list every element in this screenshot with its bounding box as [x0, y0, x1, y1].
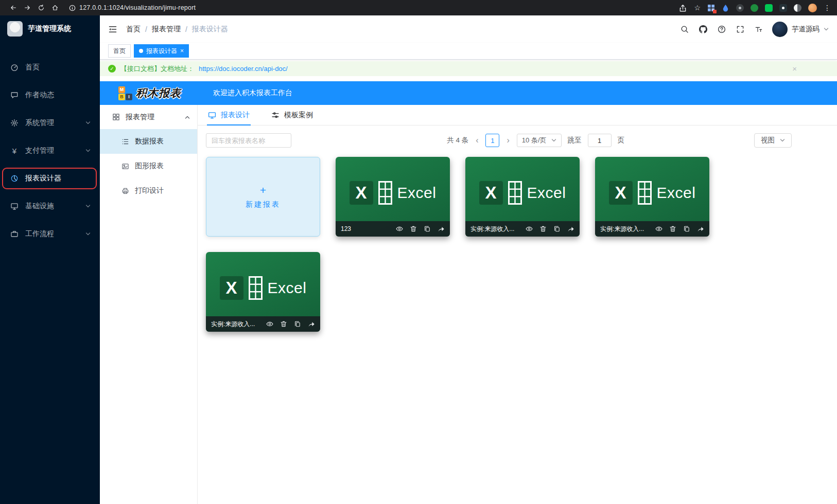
font-size-icon[interactable]	[754, 24, 763, 34]
close-tab-icon[interactable]: ×	[180, 47, 184, 55]
collapse-sidebar-icon[interactable]	[108, 25, 117, 34]
user-menu[interactable]: 芋道源码	[772, 22, 829, 37]
view-select[interactable]: 视图	[754, 133, 792, 148]
main: 首页 / 报表管理 / 报表设计器 芋道源码	[100, 15, 837, 504]
sidebar-item-system[interactable]: 系统管理	[0, 109, 100, 137]
breadcrumb-current: 报表设计器	[192, 25, 228, 34]
github-icon[interactable]	[698, 24, 708, 34]
card-title: 实例:来源收入...	[600, 225, 649, 233]
copy-icon[interactable]	[683, 225, 690, 232]
share-icon[interactable]	[308, 320, 315, 328]
browser-actions: ☆ ⋮	[678, 3, 831, 12]
browser-profile-avatar[interactable]	[808, 4, 817, 12]
prev-page-icon[interactable]: ‹	[475, 136, 479, 145]
new-report-card[interactable]: + 新建报表	[206, 157, 320, 237]
extension-puzzle-icon[interactable]	[765, 4, 773, 12]
plus-icon: +	[260, 185, 266, 195]
browser-chrome: 127.0.0.1:1024/visualization/jimu-report…	[0, 0, 837, 15]
copy-icon[interactable]	[294, 320, 301, 328]
sidebar-item-author[interactable]: 作者动态	[0, 81, 100, 109]
extension-drop-icon[interactable]	[722, 4, 729, 12]
preview-icon[interactable]	[655, 225, 662, 232]
jimu-logo-blocks: M B I	[118, 86, 132, 100]
extension-dark-icon[interactable]	[736, 4, 744, 12]
preview-icon[interactable]	[526, 225, 533, 232]
welcome-text: 欢迎进入积木报表工作台	[213, 88, 292, 98]
url-text: 127.0.0.1:1024/visualization/jimu-report	[79, 4, 196, 11]
jump-page-input[interactable]	[588, 134, 612, 147]
active-dot	[139, 49, 143, 53]
delete-icon[interactable]	[669, 225, 676, 232]
report-panel: 报表管理 数据报表 图形报表 打印设计	[100, 105, 198, 504]
copy-icon[interactable]	[553, 225, 561, 232]
sidebar-item-payment[interactable]: ¥ 支付管理	[0, 137, 100, 165]
report-card[interactable]: X Excel 实例:来源收入...	[595, 157, 709, 237]
report-card[interactable]: X Excel 123	[336, 157, 450, 237]
bookmark-star-icon[interactable]: ☆	[694, 4, 701, 12]
address-bar[interactable]: 127.0.0.1:1024/visualization/jimu-report	[69, 4, 196, 11]
extensions-grid-icon[interactable]	[707, 4, 715, 12]
extension-contrast-icon[interactable]	[794, 4, 801, 12]
share-icon[interactable]	[678, 3, 687, 12]
current-page[interactable]: 1	[485, 134, 499, 147]
extension-bug-icon[interactable]	[779, 4, 787, 12]
share-icon[interactable]	[697, 225, 704, 232]
excel-x-icon: X	[609, 181, 633, 205]
card-footer: 实例:来源收入...	[595, 221, 709, 237]
delete-icon[interactable]	[280, 320, 287, 328]
breadcrumb-report-mgmt[interactable]: 报表管理	[152, 25, 181, 34]
sidebar-menu: 首页 作者动态 系统管理 ¥ 支付管理 报表设	[0, 53, 100, 248]
delete-icon[interactable]	[410, 225, 417, 232]
sidebar-item-home[interactable]: 首页	[0, 53, 100, 81]
panel-header-report-mgmt[interactable]: 报表管理	[100, 105, 197, 129]
sidebar-item-infrastructure[interactable]: 基础设施	[0, 192, 100, 220]
toolbar: 共 4 条 ‹ 1 › 10 条/页 跳至 页	[198, 125, 837, 154]
spreadsheet-icon	[638, 181, 652, 205]
home-icon[interactable]	[48, 2, 62, 14]
browser-menu-icon[interactable]: ⋮	[824, 4, 831, 12]
dashboard-icon	[10, 63, 19, 71]
report-card[interactable]: X Excel 实例:来源收入...	[206, 252, 320, 332]
report-card[interactable]: X Excel 实例:来源收入...	[465, 157, 580, 237]
close-notice-icon[interactable]: ×	[792, 64, 797, 73]
tab-report-designer[interactable]: 报表设计器 ×	[134, 44, 189, 58]
back-icon[interactable]	[6, 2, 20, 14]
forward-icon[interactable]	[20, 2, 34, 14]
tab-template-examples[interactable]: 模板案例	[270, 105, 314, 125]
app-logo-image	[7, 21, 23, 37]
tab-home[interactable]: 首页	[108, 44, 131, 58]
reload-icon[interactable]	[34, 2, 48, 14]
chat-icon	[10, 91, 19, 99]
desktop-icon	[208, 111, 216, 119]
jimu-tabs: 报表设计 模板案例	[198, 105, 837, 125]
panel-item-chart-report[interactable]: 图形报表	[100, 154, 197, 178]
chevron-down-icon	[85, 204, 91, 209]
report-search-input[interactable]	[206, 133, 291, 148]
app-logo[interactable]: 芋道管理系统	[0, 15, 100, 42]
copy-icon[interactable]	[424, 225, 431, 232]
breadcrumb-home[interactable]: 首页	[126, 25, 141, 34]
sidebar-item-report-designer[interactable]: 报表设计器	[0, 165, 100, 192]
tab-report-design[interactable]: 报表设计	[207, 105, 251, 125]
search-icon[interactable]	[679, 24, 689, 34]
list-icon	[121, 138, 129, 146]
chevron-down-icon	[85, 231, 91, 237]
panel-item-print-design[interactable]: 打印设计	[100, 178, 197, 203]
topbar: 首页 / 报表管理 / 报表设计器 芋道源码	[100, 15, 837, 43]
fullscreen-icon[interactable]	[735, 24, 745, 34]
help-icon[interactable]	[717, 24, 726, 34]
share-icon[interactable]	[438, 225, 445, 232]
panel-item-data-report[interactable]: 数据报表	[100, 129, 197, 154]
delete-icon[interactable]	[539, 225, 547, 232]
sidebar-item-workflow[interactable]: 工作流程	[0, 220, 100, 248]
preview-icon[interactable]	[266, 320, 273, 328]
notice-link[interactable]: https://doc.iocoder.cn/api-doc/	[199, 65, 288, 73]
jimu-logo[interactable]: M B I 积木报表	[118, 86, 181, 100]
share-icon[interactable]	[567, 225, 574, 232]
next-page-icon[interactable]: ›	[505, 136, 510, 145]
extension-green-icon[interactable]	[751, 4, 758, 12]
page-size-select[interactable]: 10 条/页	[517, 134, 562, 147]
total-count: 共 4 条	[447, 136, 468, 145]
preview-icon[interactable]	[396, 225, 403, 232]
excel-logo: X Excel	[609, 181, 696, 205]
